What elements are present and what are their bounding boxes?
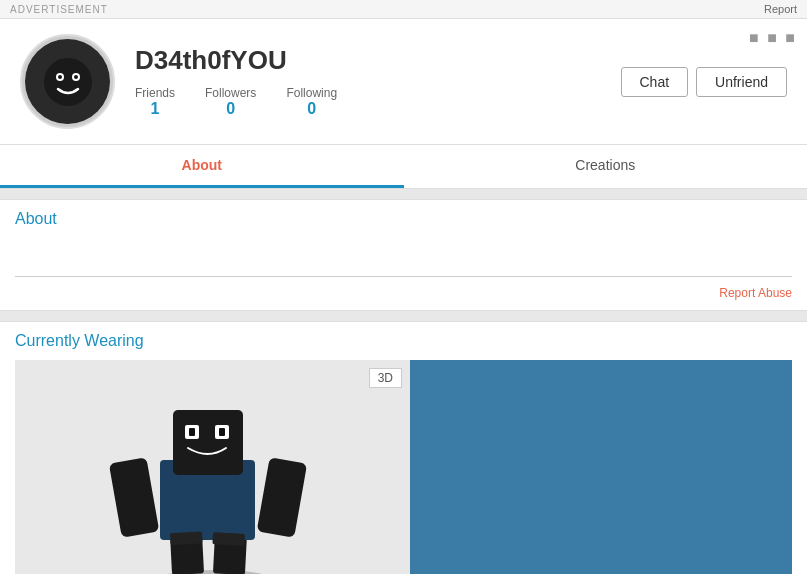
- profile-stats: Friends 1 Followers 0 Following 0: [135, 86, 337, 118]
- stat-followers: Followers 0: [205, 86, 256, 118]
- profile-info: D34th0fYOU Friends 1 Followers 0 Followi…: [135, 45, 337, 118]
- top-bar: ADVERTISEMENT Report: [0, 0, 807, 19]
- dots-menu[interactable]: ■ ■ ■: [749, 29, 797, 47]
- svg-point-4: [74, 75, 78, 79]
- friends-label: Friends: [135, 86, 175, 100]
- svg-point-0: [44, 58, 92, 106]
- tab-creations[interactable]: Creations: [404, 145, 808, 188]
- report-abuse-link[interactable]: Report Abuse: [15, 286, 792, 300]
- character-svg: [15, 360, 410, 574]
- svg-rect-12: [173, 410, 243, 475]
- profile-left: D34th0fYOU Friends 1 Followers 0 Followi…: [20, 34, 337, 129]
- tabs-bar: About Creations: [0, 145, 807, 189]
- unfriend-button[interactable]: Unfriend: [696, 67, 787, 97]
- stat-friends: Friends 1: [135, 86, 175, 118]
- avatar: [20, 34, 115, 129]
- following-value: 0: [286, 100, 337, 118]
- tab-about[interactable]: About: [0, 145, 404, 188]
- svg-rect-15: [189, 428, 195, 436]
- profile-actions: Chat Unfriend: [621, 67, 788, 97]
- about-textarea[interactable]: [15, 236, 792, 277]
- character-viewer: 3D: [15, 360, 410, 574]
- stat-following: Following 0: [286, 86, 337, 118]
- btn-3d[interactable]: 3D: [369, 368, 402, 388]
- followers-value: 0: [205, 100, 256, 118]
- avatar-face-svg: [43, 57, 93, 107]
- about-section: About Report Abuse: [0, 199, 807, 311]
- svg-point-3: [58, 75, 62, 79]
- profile-card: D34th0fYOU Friends 1 Followers 0 Followi…: [0, 19, 807, 145]
- wearing-content: 3D: [15, 360, 792, 574]
- svg-rect-18: [212, 532, 245, 546]
- ad-label: ADVERTISEMENT: [10, 4, 108, 15]
- wearing-title: Currently Wearing: [15, 332, 792, 350]
- about-title: About: [15, 210, 792, 228]
- content-area: About Report Abuse Currently Wearing 3D: [0, 189, 807, 574]
- wearing-section: Currently Wearing 3D: [0, 321, 807, 574]
- svg-rect-17: [170, 531, 203, 545]
- following-label: Following: [286, 86, 337, 100]
- chat-button[interactable]: Chat: [621, 67, 689, 97]
- friends-value: 1: [135, 100, 175, 118]
- blue-panel: [410, 360, 792, 574]
- followers-label: Followers: [205, 86, 256, 100]
- report-link[interactable]: Report: [764, 3, 797, 15]
- profile-username: D34th0fYOU: [135, 45, 337, 76]
- svg-rect-16: [219, 428, 225, 436]
- avatar-inner: [25, 39, 110, 124]
